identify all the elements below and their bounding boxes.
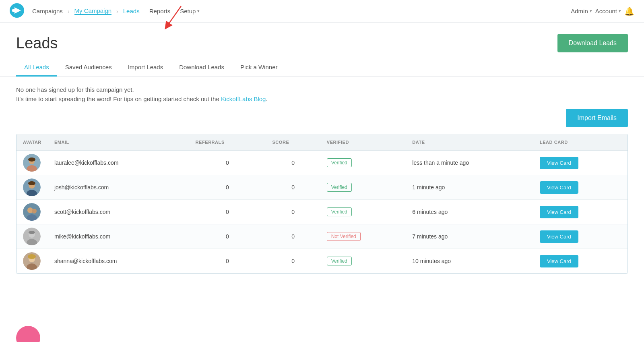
notice-line2: It's time to start spreading the word! F…: [16, 95, 628, 102]
nav-my-campaign[interactable]: My Campaign: [74, 7, 112, 15]
avatar: [23, 178, 41, 196]
cell-email: lauralee@kickofflabs.com: [48, 151, 189, 175]
cell-verified: Verified: [320, 249, 406, 274]
page-title: Leads: [16, 35, 58, 52]
cell-score: 0: [266, 200, 320, 224]
view-card-button[interactable]: View Card: [540, 157, 578, 169]
cell-date: 10 minutes ago: [406, 249, 533, 274]
cell-lead-card: View Card: [533, 224, 627, 249]
cell-date: 1 minute ago: [406, 175, 533, 200]
setup-chevron-icon: ▾: [197, 8, 200, 14]
content-area: No one has signed up for this campaign y…: [0, 77, 644, 284]
nav-setup[interactable]: Setup ▾: [180, 8, 200, 15]
top-nav: Campaigns › My Campaign › Leads Reports …: [0, 0, 644, 23]
cell-email: josh@kickofflabs.com: [48, 175, 189, 200]
table-row: scott@kickofflabs.com 0 0 Verified 6 min…: [17, 200, 627, 224]
cell-lead-card: View Card: [533, 249, 627, 274]
table-header: AVATAR EMAIL REFERRALS SCORE VERIFIED DA…: [17, 134, 627, 151]
avatar: [23, 154, 41, 172]
col-date: DATE: [406, 134, 533, 151]
status-badge: Verified: [327, 207, 352, 216]
cell-avatar: [17, 151, 48, 175]
cell-referrals: 0: [189, 175, 266, 200]
col-avatar: AVATAR: [17, 134, 48, 151]
svg-point-23: [28, 254, 36, 259]
cell-verified: Verified: [320, 200, 406, 224]
nav-leads[interactable]: Leads: [123, 8, 140, 15]
table-row: mike@kickofflabs.com 0 0 Not Verified 7 …: [17, 224, 627, 249]
notice-line1: No one has signed up for this campaign y…: [16, 86, 628, 93]
cell-date: less than a minute ago: [406, 151, 533, 175]
cell-verified: Verified: [320, 151, 406, 175]
tab-all-leads[interactable]: All Leads: [16, 59, 57, 77]
col-verified: VERIFIED: [320, 134, 406, 151]
tabs-bar: All Leads Saved Audiences Import Leads D…: [0, 59, 644, 77]
leads-table-container: AVATAR EMAIL REFERRALS SCORE VERIFIED DA…: [16, 134, 628, 274]
view-card-button[interactable]: View Card: [540, 255, 578, 267]
svg-point-19: [29, 231, 35, 234]
svg-point-2: [12, 9, 15, 12]
cell-email: scott@kickofflabs.com: [48, 200, 189, 224]
cell-score: 0: [266, 175, 320, 200]
table-body: lauralee@kickofflabs.com 0 0 Verified le…: [17, 151, 627, 274]
cell-score: 0: [266, 151, 320, 175]
nav-account[interactable]: Account ▾: [595, 8, 621, 15]
cell-lead-card: View Card: [533, 175, 627, 200]
cell-email: mike@kickofflabs.com: [48, 224, 189, 249]
cell-referrals: 0: [189, 249, 266, 274]
nav-campaigns[interactable]: Campaigns: [32, 8, 63, 15]
cell-verified: Verified: [320, 175, 406, 200]
nav-sep-1: ›: [68, 8, 70, 15]
cell-verified: Not Verified: [320, 224, 406, 249]
cell-avatar: [17, 249, 48, 274]
cell-lead-card: View Card: [533, 151, 627, 175]
status-badge: Verified: [327, 158, 352, 167]
col-score: SCORE: [266, 134, 320, 151]
tab-pick-a-winner[interactable]: Pick a Winner: [232, 59, 286, 77]
cell-date: 6 minutes ago: [406, 200, 533, 224]
account-chevron-icon: ▾: [619, 8, 621, 14]
col-email: EMAIL: [48, 134, 189, 151]
cell-score: 0: [266, 249, 320, 274]
cell-lead-card: View Card: [533, 200, 627, 224]
view-card-button[interactable]: View Card: [540, 181, 578, 194]
logo[interactable]: [10, 3, 24, 19]
col-lead-card: LEAD CARD: [533, 134, 627, 151]
cell-avatar: [17, 200, 48, 224]
nav-admin[interactable]: Admin ▾: [571, 8, 592, 15]
avatar: [23, 252, 41, 270]
import-emails-button[interactable]: Import Emails: [566, 109, 628, 127]
table-row: josh@kickofflabs.com 0 0 Verified 1 minu…: [17, 175, 627, 200]
nav-reports[interactable]: Reports: [149, 8, 171, 15]
notice-post: .: [266, 95, 267, 102]
svg-point-14: [32, 209, 37, 213]
status-badge: Not Verified: [327, 232, 361, 241]
cell-referrals: 0: [189, 224, 266, 249]
download-leads-button[interactable]: Download Leads: [557, 34, 628, 52]
view-card-button[interactable]: View Card: [540, 230, 578, 243]
cell-referrals: 0: [189, 200, 266, 224]
kickofflabs-blog-link[interactable]: KickoffLabs Blog: [221, 95, 266, 102]
cell-score: 0: [266, 224, 320, 249]
status-badge: Verified: [327, 257, 352, 265]
svg-point-11: [28, 181, 35, 185]
admin-chevron-icon: ▾: [590, 8, 592, 14]
svg-point-7: [28, 158, 35, 162]
cell-referrals: 0: [189, 151, 266, 175]
nav-sep-2: ›: [116, 8, 118, 15]
page-header: Leads Download Leads: [0, 23, 644, 59]
tab-saved-audiences[interactable]: Saved Audiences: [57, 59, 120, 77]
table-row: shanna@kickofflabs.com 0 0 Verified 10 m…: [17, 249, 627, 274]
avatar: [23, 203, 41, 221]
cell-avatar: [17, 175, 48, 200]
leads-table: AVATAR EMAIL REFERRALS SCORE VERIFIED DA…: [17, 134, 627, 274]
avatar: [23, 228, 41, 245]
import-emails-row: Import Emails: [16, 109, 628, 127]
table-row: lauralee@kickofflabs.com 0 0 Verified le…: [17, 151, 627, 175]
cell-date: 7 minutes ago: [406, 224, 533, 249]
view-card-button[interactable]: View Card: [540, 206, 578, 218]
status-badge: Verified: [327, 183, 352, 192]
tab-import-leads[interactable]: Import Leads: [120, 59, 171, 77]
tab-download-leads[interactable]: Download Leads: [171, 59, 232, 77]
notification-bell-icon[interactable]: 🔔: [624, 6, 634, 16]
